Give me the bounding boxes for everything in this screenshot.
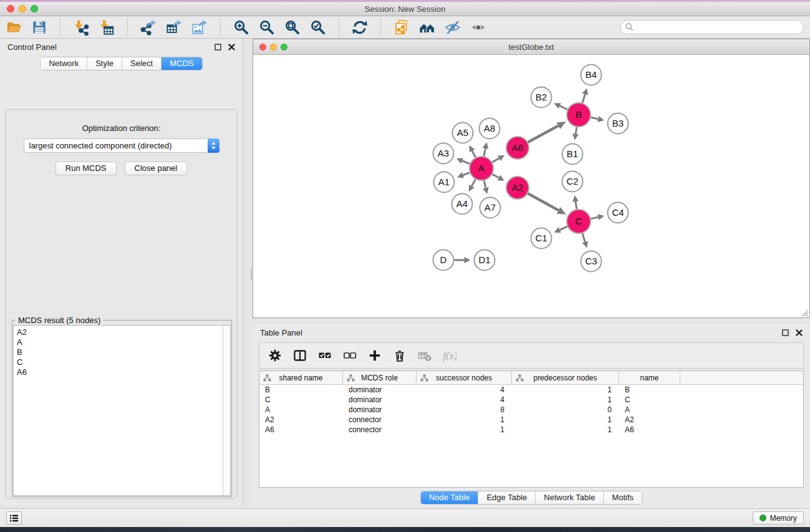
node-D[interactable]: D bbox=[433, 250, 454, 271]
show-selection-button[interactable] bbox=[470, 19, 487, 36]
column-header-predecessor-nodes[interactable]: predecessor nodes bbox=[512, 371, 619, 384]
edge-A-A7[interactable] bbox=[484, 181, 486, 188]
edge-A-A1[interactable] bbox=[463, 173, 470, 175]
node-A7[interactable]: A7 bbox=[480, 198, 501, 218]
node-B2[interactable]: B2 bbox=[531, 87, 552, 108]
table-row[interactable]: A6connector11A6 bbox=[259, 425, 803, 435]
search-input[interactable] bbox=[620, 20, 804, 34]
zoom-out-button[interactable] bbox=[258, 19, 276, 36]
edge-B-B2[interactable] bbox=[560, 106, 567, 110]
memory-button[interactable]: Memory bbox=[753, 511, 804, 525]
edge-A-A2[interactable] bbox=[493, 174, 499, 178]
settings-button[interactable] bbox=[268, 348, 282, 363]
node-A4[interactable]: A4 bbox=[452, 194, 473, 215]
zoom-selected-button[interactable] bbox=[309, 19, 327, 36]
edge-A-A8[interactable] bbox=[484, 148, 486, 157]
close-panel-button[interactable]: Close panel bbox=[125, 162, 188, 175]
node-A2[interactable]: A2 bbox=[506, 177, 529, 199]
tab-select[interactable]: Select bbox=[122, 57, 161, 70]
open-button[interactable] bbox=[5, 19, 22, 36]
tab-network[interactable]: Network bbox=[41, 57, 87, 70]
tab-style[interactable]: Style bbox=[87, 57, 122, 70]
select-all-button[interactable] bbox=[317, 348, 332, 363]
export-image-button[interactable] bbox=[191, 19, 208, 36]
tab-network-table[interactable]: Network Table bbox=[535, 491, 603, 504]
deselect-all-button[interactable] bbox=[342, 348, 357, 363]
node-C2[interactable]: C2 bbox=[562, 172, 583, 192]
close-panel-icon[interactable] bbox=[228, 44, 235, 51]
edge-C-C2[interactable] bbox=[576, 201, 577, 209]
edge-A-A6[interactable] bbox=[492, 158, 499, 162]
node-A8[interactable]: A8 bbox=[480, 118, 500, 139]
hide-selection-button[interactable] bbox=[444, 19, 461, 36]
save-button[interactable] bbox=[31, 19, 48, 36]
refresh-button[interactable] bbox=[351, 19, 369, 36]
edge-C-C1[interactable] bbox=[560, 226, 567, 230]
node-C3[interactable]: C3 bbox=[581, 251, 602, 272]
delete-button[interactable] bbox=[392, 348, 407, 363]
edge-C-C3[interactable] bbox=[582, 233, 585, 242]
node-C1[interactable]: C1 bbox=[531, 228, 552, 249]
mcds-result-item[interactable]: A6 bbox=[17, 367, 221, 377]
import-table-button[interactable] bbox=[98, 19, 115, 36]
node-B[interactable]: B bbox=[567, 103, 591, 127]
node-A[interactable]: A bbox=[470, 157, 493, 180]
tab-motifs[interactable]: Motifs bbox=[603, 491, 642, 504]
zoom-in-button[interactable] bbox=[233, 19, 250, 36]
edge-B-B4[interactable] bbox=[582, 94, 585, 103]
column-header-MCDS-role[interactable]: MCDS role bbox=[343, 371, 417, 384]
edge-A-A3[interactable] bbox=[462, 161, 470, 164]
float-table-panel-icon[interactable] bbox=[782, 329, 789, 336]
node-B1[interactable]: B1 bbox=[562, 144, 583, 165]
network-canvas[interactable]: ABCA6A2A1A3A4A5A7A8B1B2B3B4C1C2C3C4DD1 bbox=[253, 55, 809, 317]
edge-A-A5[interactable] bbox=[472, 151, 476, 158]
column-header-shared-name[interactable]: shared name bbox=[259, 371, 343, 384]
table-row[interactable]: Cdominator41C bbox=[259, 395, 803, 405]
add-button[interactable] bbox=[367, 348, 382, 363]
mcds-result-item[interactable]: A bbox=[17, 337, 221, 347]
export-table-button[interactable] bbox=[165, 19, 183, 36]
node-B3[interactable]: B3 bbox=[608, 114, 629, 134]
optimization-criterion-select[interactable]: largest connected component (directed) bbox=[24, 138, 219, 153]
tab-mcds[interactable]: MCDS bbox=[161, 57, 201, 70]
mcds-result-item[interactable]: C bbox=[17, 357, 221, 367]
node-C4[interactable]: C4 bbox=[608, 203, 629, 223]
mcds-result-list[interactable]: A2ABCA6 bbox=[14, 326, 223, 495]
column-header-successor-nodes[interactable]: successor nodes bbox=[417, 371, 512, 384]
float-panel-icon[interactable] bbox=[215, 44, 221, 51]
node-C[interactable]: C bbox=[567, 210, 591, 233]
edge-A6-B[interactable] bbox=[528, 126, 559, 142]
run-mcds-button[interactable]: Run MCDS bbox=[55, 162, 117, 175]
splitter-handle[interactable] bbox=[251, 269, 253, 280]
edge-A-A4[interactable] bbox=[472, 180, 476, 186]
export-network-button[interactable] bbox=[140, 19, 157, 36]
column-header-name[interactable]: name bbox=[619, 371, 680, 384]
edge-B-B3[interactable] bbox=[591, 117, 599, 119]
zoom-fit-button[interactable] bbox=[284, 19, 301, 36]
node-A6[interactable]: A6 bbox=[506, 137, 529, 159]
mcds-result-item[interactable]: B bbox=[17, 347, 221, 357]
panel-list-button[interactable] bbox=[6, 511, 22, 525]
table-row[interactable]: Bdominator41B bbox=[259, 385, 803, 395]
node-D1[interactable]: D1 bbox=[475, 250, 495, 271]
copy-network-button[interactable] bbox=[393, 19, 410, 36]
node-A3[interactable]: A3 bbox=[433, 143, 454, 164]
mcds-scrollbar[interactable] bbox=[223, 326, 230, 495]
node-A5[interactable]: A5 bbox=[453, 123, 473, 143]
edge-B-B1[interactable] bbox=[576, 127, 577, 134]
svg-text:f(x): f(x) bbox=[443, 350, 457, 362]
tab-edge-table[interactable]: Edge Table bbox=[478, 491, 535, 504]
split-panel-button[interactable] bbox=[292, 348, 307, 363]
edge-C-C4[interactable] bbox=[591, 217, 599, 219]
tab-node-table[interactable]: Node Table bbox=[421, 491, 478, 504]
edge-A2-C[interactable] bbox=[528, 193, 559, 210]
import-network-button[interactable] bbox=[72, 19, 90, 36]
table-row[interactable]: Adominator80A bbox=[259, 405, 803, 415]
mcds-result-item[interactable]: A2 bbox=[17, 327, 221, 337]
table-row[interactable]: A2connector11A2 bbox=[259, 415, 803, 425]
node-A1[interactable]: A1 bbox=[434, 172, 455, 193]
resize-grip[interactable] bbox=[800, 308, 809, 317]
close-table-panel-icon[interactable] bbox=[796, 329, 803, 336]
node-B4[interactable]: B4 bbox=[581, 65, 602, 85]
home-button[interactable] bbox=[418, 19, 436, 36]
